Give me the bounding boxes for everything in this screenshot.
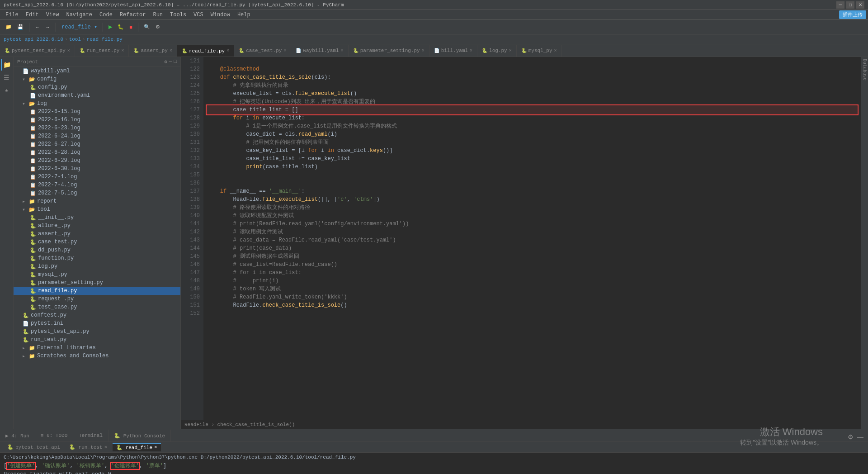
tab-mysql-py[interactable]: 🐍mysql_py × — [517, 45, 562, 57]
bottom-tab-terminal[interactable]: Terminal — [73, 430, 108, 441]
tab-parameter-setting[interactable]: 🐍parameter_setting.py × — [349, 45, 429, 57]
toolbar-back-button[interactable]: ← — [33, 24, 42, 31]
tree-item-external-libs[interactable]: ▶📁External Libraries — [14, 344, 180, 352]
bottom-tab-run[interactable]: ▶ 4: Run — [0, 430, 35, 441]
tree-item-log-624[interactable]: 📋2022-6-24.log — [14, 132, 180, 140]
tree-item-read-file-py[interactable]: 🐍read_file.py — [14, 287, 180, 295]
tab-bill-yaml[interactable]: 📄bill.yaml × — [429, 45, 477, 57]
tab-run-test[interactable]: 🐍run_test.py × — [75, 45, 129, 57]
tree-item-run-test-py[interactable]: 🐍run_test.py — [14, 336, 180, 344]
toolbar-settings-button[interactable]: ⚙ — [154, 23, 162, 31]
tree-item-log-71[interactable]: 📋2022-7-1.log — [14, 173, 180, 181]
code-line-122: @classmethod — [207, 65, 857, 73]
tree-item-conftest-py[interactable]: 🐍conftest.py — [14, 311, 180, 319]
favorites-icon[interactable]: ★ — [1, 84, 13, 96]
plugin-upload-button[interactable]: 插件上传 — [839, 10, 866, 19]
toolbar-search-button[interactable]: 🔍 — [142, 23, 152, 31]
breadcrumb-folder[interactable]: tool — [69, 37, 81, 42]
toolbar-stop-button[interactable]: ■ — [127, 24, 134, 31]
current-run-config[interactable]: read_file ▾ — [60, 24, 99, 30]
tree-item-mysql-py[interactable]: 🐍mysql_.py — [14, 270, 180, 279]
menu-view[interactable]: View — [42, 10, 63, 19]
menu-vcs[interactable]: VCS — [190, 10, 207, 19]
code-line-134: print(case_title_list) — [207, 163, 857, 171]
code-editor: 121 122 123 124 125 126 127 128 129 130 … — [181, 57, 861, 429]
tab-waybill-yaml[interactable]: 📄waybill.yaml × — [291, 45, 348, 57]
code-line-135 — [207, 171, 857, 179]
toolbar-debug-button[interactable]: 🐛 — [116, 23, 126, 31]
bottom-tab-todo[interactable]: ≡ 6: TODO — [35, 430, 73, 441]
database-panel-label[interactable]: Database — [861, 57, 868, 82]
maximize-button[interactable]: □ — [846, 1, 854, 9]
project-icon[interactable]: 📁 — [1, 59, 13, 71]
tree-item-log-74[interactable]: 📋2022-7-4.log — [14, 181, 180, 189]
tree-item-request-py[interactable]: 🐍request_.py — [14, 295, 180, 303]
tree-item-assert-py[interactable]: 🐍assert_.py — [14, 230, 180, 238]
tree-item-log-615[interactable]: 📋2022-6-15.log — [14, 108, 180, 116]
tree-item-log-616[interactable]: 📋2022-6-16.log — [14, 116, 180, 124]
toolbar-open-button[interactable]: 📁 — [4, 23, 14, 31]
tree-item-waybill-yaml[interactable]: 📄waybill.yaml — [14, 67, 180, 75]
tree-item-config[interactable]: ▼📂config — [14, 75, 180, 83]
code-line-149: # token 写入测试 — [207, 285, 857, 293]
tree-item-log-628[interactable]: 📋2022-6-28.log — [14, 148, 180, 156]
tree-item-pytest-test-api-py[interactable]: 🐍pytest_test_api.py — [14, 327, 180, 336]
tree-item-log-py[interactable]: 🐍log.py — [14, 262, 180, 270]
code-line-132: case_key_list = [i for i in case_dict.ke… — [207, 147, 857, 155]
tree-item-log[interactable]: ▼📂log — [14, 100, 180, 108]
toolbar-run-button[interactable]: ▶ — [107, 23, 114, 31]
tab-assert-py[interactable]: 🐍assert_py × — [129, 45, 177, 57]
tab-case-test[interactable]: 🐍case_test.py × — [234, 45, 291, 57]
menu-help[interactable]: Help — [234, 10, 254, 19]
title-bar-controls: ─ □ ✕ — [836, 1, 864, 9]
sidebar-gear-icon[interactable]: ⚙ — [164, 59, 167, 65]
run-tab-run-test[interactable]: 🐍 run_test × — [66, 443, 111, 451]
run-tab-pytest[interactable]: 🐍 pytest_test_api — [4, 443, 64, 451]
tree-item-scratches[interactable]: ▶📁Scratches and Consoles — [14, 352, 180, 360]
run-exit-message: Process finished with exit code 0 — [4, 471, 864, 474]
tree-item-environment-yaml[interactable]: 📄environment.yaml — [14, 91, 180, 100]
menu-code[interactable]: Code — [96, 10, 116, 19]
tree-item-log-629[interactable]: 📋2022-6-29.log — [14, 156, 180, 165]
tree-item-log-623[interactable]: 📋2022-6-23.log — [14, 124, 180, 132]
tree-item-allure-py[interactable]: 🐍allure_.py — [14, 222, 180, 230]
tree-item-case-test-py[interactable]: 🐍case_test.py — [14, 238, 180, 246]
bottom-hide-button[interactable]: — — [856, 432, 864, 441]
toolbar: 📁 💾 ← → read_file ▾ ▶ 🐛 ■ 🔍 ⚙ — [0, 20, 868, 34]
sidebar-expand-icon[interactable]: □ — [174, 59, 177, 65]
tree-item-report[interactable]: ▶📁report — [14, 197, 180, 205]
tree-item-config-py[interactable]: 🐍config.py — [14, 83, 180, 91]
menu-tools[interactable]: Tools — [166, 10, 190, 19]
tree-item-init-py[interactable]: 🐍__init__.py — [14, 213, 180, 222]
tree-item-log-75[interactable]: 📋2022-7-5.log — [14, 189, 180, 197]
tree-item-function-py[interactable]: 🐍function.py — [14, 254, 180, 262]
run-tab-read-file[interactable]: 🐍 read_file × — [113, 443, 161, 451]
menu-file[interactable]: File — [2, 10, 22, 19]
sidebar-collapse-icon[interactable]: — — [169, 59, 172, 65]
menu-window[interactable]: Window — [207, 10, 234, 19]
tree-item-dd-push-py[interactable]: 🐍dd_push.py — [14, 246, 180, 254]
breadcrumb-project[interactable]: pytest_api_2022.6.10 — [4, 37, 63, 42]
close-button[interactable]: ✕ — [856, 1, 864, 9]
minimize-button[interactable]: ─ — [836, 1, 844, 9]
menu-navigate[interactable]: Navigate — [62, 10, 96, 19]
structure-icon[interactable]: ☰ — [1, 71, 13, 83]
tree-item-parameter-setting-py[interactable]: 🐍parameter_setting.py — [14, 279, 180, 287]
tab-read-file[interactable]: 🐍read_file.py × — [177, 45, 234, 57]
tab-pytest-test-api[interactable]: 🐍pytest_test_api.py × — [0, 45, 75, 57]
tree-item-log-627[interactable]: 📋2022-6-27.log — [14, 140, 180, 148]
tree-item-tool[interactable]: ▼📂tool — [14, 205, 180, 213]
code-area[interactable]: @classmethod def check_case_title_is_sol… — [203, 57, 861, 420]
menu-edit[interactable]: Edit — [22, 10, 42, 19]
toolbar-forward-button[interactable]: → — [43, 24, 52, 31]
bottom-settings-button[interactable]: ⚙ — [847, 432, 854, 441]
tab-log-py[interactable]: 🐍log.py × — [477, 45, 517, 57]
tree-item-test-case-py[interactable]: 🐍test_case.py — [14, 303, 180, 311]
editor-content[interactable]: 121 122 123 124 125 126 127 128 129 130 … — [181, 57, 861, 420]
tree-item-log-630[interactable]: 📋2022-6-30.log — [14, 165, 180, 173]
toolbar-save-button[interactable]: 💾 — [15, 23, 25, 31]
menu-refactor[interactable]: Refactor — [116, 10, 150, 19]
tree-item-pytest-ini[interactable]: 📄pytest.ini — [14, 319, 180, 327]
bottom-tab-python-console[interactable]: 🐍 Python Console — [108, 430, 171, 441]
menu-run[interactable]: Run — [149, 10, 166, 19]
